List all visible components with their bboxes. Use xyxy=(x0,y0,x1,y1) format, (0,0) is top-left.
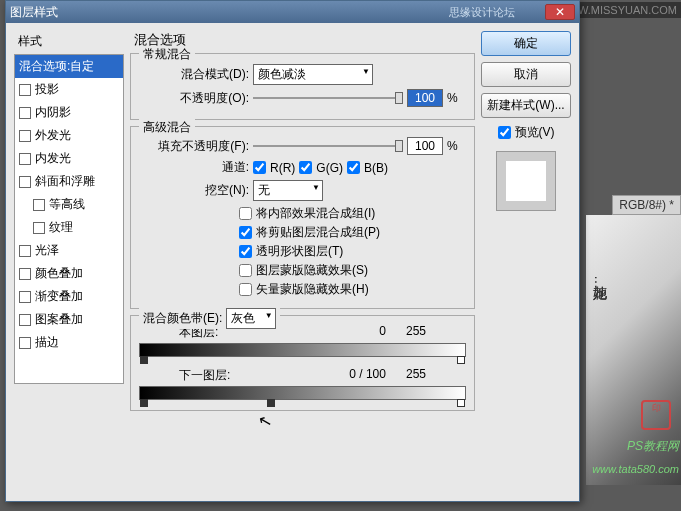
checkbox-icon[interactable] xyxy=(19,245,31,257)
style-item[interactable]: 渐变叠加 xyxy=(15,285,123,308)
adv-option-checkbox[interactable]: 透明形状图层(T) xyxy=(239,243,466,260)
style-item[interactable]: 投影 xyxy=(15,78,123,101)
channel-b-checkbox[interactable]: B(B) xyxy=(347,161,388,175)
slider-handle[interactable] xyxy=(457,399,465,407)
this-lo: 0 xyxy=(379,324,386,341)
style-item[interactable]: 混合选项:自定 xyxy=(15,55,123,78)
checkbox-icon[interactable] xyxy=(19,130,31,142)
style-item-label: 外发光 xyxy=(35,127,71,144)
style-item-label: 光泽 xyxy=(35,242,59,259)
channels-label: 通道: xyxy=(139,159,249,176)
style-item[interactable]: 内阴影 xyxy=(15,101,123,124)
preview-checkbox[interactable]: 预览(V) xyxy=(481,124,571,141)
layer-style-dialog: 图层样式 思缘设计论坛 ✕ 样式 混合选项:自定投影内阴影外发光内发光斜面和浮雕… xyxy=(5,0,580,502)
titlebar[interactable]: 图层样式 思缘设计论坛 ✕ xyxy=(6,1,579,23)
channel-g-checkbox[interactable]: G(G) xyxy=(299,161,343,175)
style-item[interactable]: 纹理 xyxy=(15,216,123,239)
style-item[interactable]: 外发光 xyxy=(15,124,123,147)
under-hi: 255 xyxy=(406,367,426,384)
style-item[interactable]: 光泽 xyxy=(15,239,123,262)
general-legend: 常规混合 xyxy=(139,46,195,63)
slider-handle[interactable] xyxy=(140,399,148,407)
style-item-label: 描边 xyxy=(35,334,59,351)
style-item-label: 颜色叠加 xyxy=(35,265,83,282)
opacity-input[interactable]: 100 xyxy=(407,89,443,107)
adv-option-checkbox[interactable]: 将内部效果混合成组(I) xyxy=(239,205,466,222)
blendif-group: 混合颜色带(E): 灰色 本图层: 0 255 下一图层: xyxy=(130,315,475,411)
fill-opacity-label: 填充不透明度(F): xyxy=(139,138,249,155)
window-subtitle: 思缘设计论坛 xyxy=(449,5,515,20)
seal-stamp: 印 xyxy=(641,400,671,430)
checkbox-icon[interactable] xyxy=(19,84,31,96)
blend-mode-label: 混合模式(D): xyxy=(139,66,249,83)
styles-list[interactable]: 混合选项:自定投影内阴影外发光内发光斜面和浮雕等高线纹理光泽颜色叠加渐变叠加图案… xyxy=(14,54,124,384)
this-hi: 255 xyxy=(406,324,426,341)
pct-label: % xyxy=(447,91,458,105)
watermark-2: www.tata580.com xyxy=(592,463,679,475)
style-item[interactable]: 图案叠加 xyxy=(15,308,123,331)
checkbox-icon[interactable] xyxy=(33,222,45,234)
cancel-button[interactable]: 取消 xyxy=(481,62,571,87)
style-item-label: 斜面和浮雕 xyxy=(35,173,95,190)
ink-text: 她她花… xyxy=(591,275,609,289)
style-item-label: 内阴影 xyxy=(35,104,71,121)
knockout-label: 挖空(N): xyxy=(139,182,249,199)
style-item-label: 投影 xyxy=(35,81,59,98)
document-tab[interactable]: RGB/8#) * xyxy=(612,195,681,215)
checkbox-icon[interactable] xyxy=(19,176,31,188)
slider-handle[interactable] xyxy=(140,356,148,364)
fill-opacity-slider[interactable] xyxy=(253,145,403,147)
checkbox-icon[interactable] xyxy=(19,291,31,303)
preview-swatch xyxy=(496,151,556,211)
slider-handle[interactable] xyxy=(267,399,275,407)
style-item-label: 混合选项:自定 xyxy=(19,58,94,75)
pct-label: % xyxy=(447,139,458,153)
style-item-label: 渐变叠加 xyxy=(35,288,83,305)
this-layer-gradient[interactable] xyxy=(139,343,466,357)
style-item[interactable]: 斜面和浮雕 xyxy=(15,170,123,193)
style-item[interactable]: 颜色叠加 xyxy=(15,262,123,285)
general-blending-group: 常规混合 混合模式(D): 颜色减淡 不透明度(O): 100 % xyxy=(130,53,475,120)
advanced-legend: 高级混合 xyxy=(139,119,195,136)
styles-heading: 样式 xyxy=(14,31,124,52)
style-item[interactable]: 描边 xyxy=(15,331,123,354)
close-icon[interactable]: ✕ xyxy=(545,4,575,20)
checkbox-icon[interactable] xyxy=(19,337,31,349)
adv-option-checkbox[interactable]: 图层蒙版隐藏效果(S) xyxy=(239,262,466,279)
blend-mode-select[interactable]: 颜色减淡 xyxy=(253,64,373,85)
under-layer-gradient[interactable] xyxy=(139,386,466,400)
canvas-image: 她她花… 印 PS教程网 www.tata580.com xyxy=(586,215,681,485)
fill-opacity-input[interactable]: 100 xyxy=(407,137,443,155)
under-layer-label: 下一图层: xyxy=(179,367,230,384)
channel-r-checkbox[interactable]: R(R) xyxy=(253,161,295,175)
watermark-1: PS教程网 xyxy=(627,438,679,455)
blendif-legend: 混合颜色带(E): 灰色 xyxy=(139,308,280,329)
checkbox-icon[interactable] xyxy=(19,314,31,326)
adv-option-checkbox[interactable]: 将剪贴图层混合成组(P) xyxy=(239,224,466,241)
window-title: 图层样式 xyxy=(10,4,449,21)
style-item-label: 等高线 xyxy=(49,196,85,213)
style-item-label: 图案叠加 xyxy=(35,311,83,328)
checkbox-icon[interactable] xyxy=(19,153,31,165)
checkbox-icon[interactable] xyxy=(19,268,31,280)
blendif-select[interactable]: 灰色 xyxy=(226,308,276,329)
under-lo: 0 / 100 xyxy=(349,367,386,384)
adv-option-checkbox[interactable]: 矢量蒙版隐藏效果(H) xyxy=(239,281,466,298)
slider-handle[interactable] xyxy=(457,356,465,364)
checkbox-icon[interactable] xyxy=(33,199,45,211)
ok-button[interactable]: 确定 xyxy=(481,31,571,56)
advanced-blending-group: 高级混合 填充不透明度(F): 100 % 通道: R(R) G(G) B(B)… xyxy=(130,126,475,309)
new-style-button[interactable]: 新建样式(W)... xyxy=(481,93,571,118)
knockout-select[interactable]: 无 xyxy=(253,180,323,201)
checkbox-icon[interactable] xyxy=(19,107,31,119)
style-item-label: 内发光 xyxy=(35,150,71,167)
opacity-label: 不透明度(O): xyxy=(139,90,249,107)
opacity-slider[interactable] xyxy=(253,97,403,99)
style-item[interactable]: 内发光 xyxy=(15,147,123,170)
style-item-label: 纹理 xyxy=(49,219,73,236)
style-item[interactable]: 等高线 xyxy=(15,193,123,216)
